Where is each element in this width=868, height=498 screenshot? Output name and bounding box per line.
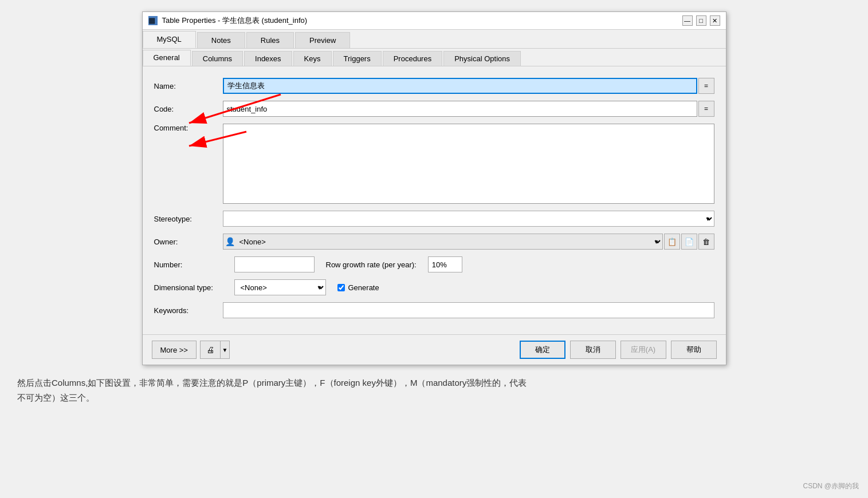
owner-select[interactable]: <None> — [223, 234, 663, 250]
dim-type-select-wrapper: <None> — [234, 279, 326, 295]
tab-triggers[interactable]: Triggers — [333, 51, 382, 66]
code-equal-button[interactable]: = — [698, 101, 714, 117]
name-row: Name: = — [154, 78, 714, 94]
stereotype-select[interactable] — [223, 211, 714, 227]
number-label: Number: — [154, 260, 223, 269]
tab-procedures[interactable]: Procedures — [383, 51, 442, 66]
row-growth-label: Row growth rate (per year): — [326, 260, 417, 269]
owner-person-icon: 👤 — [225, 237, 235, 246]
print-dropdown-button[interactable]: ▼ — [221, 341, 230, 359]
content-area: Name: = Code: = Comment: Stereotype: — [143, 66, 726, 334]
dim-type-select[interactable]: <None> — [234, 279, 326, 295]
owner-browse-button[interactable]: 📋 — [664, 234, 680, 250]
tab-physical-options[interactable]: Physical Options — [443, 51, 521, 66]
keywords-input[interactable] — [223, 302, 714, 318]
tab-keys[interactable]: Keys — [293, 51, 332, 66]
cancel-button[interactable]: 取消 — [570, 341, 616, 359]
tab-rules[interactable]: Rules — [246, 32, 294, 48]
tab-row-2: General Columns Indexes Keys Triggers Pr… — [143, 49, 726, 66]
owner-row: Owner: 👤 <None> 📋 📄 🗑 — [154, 234, 714, 250]
dim-type-label: Dimensional type: — [154, 283, 223, 292]
code-label: Code: — [154, 105, 223, 113]
number-row: Number: Row growth rate (per year): — [154, 256, 714, 272]
code-input[interactable] — [223, 101, 697, 117]
name-equal-button[interactable]: = — [698, 78, 714, 94]
tab-preview[interactable]: Preview — [295, 32, 350, 48]
code-row: Code: = — [154, 101, 714, 117]
print-button[interactable]: 🖨 — [200, 341, 221, 359]
stereotype-select-wrapper — [223, 211, 714, 227]
maximize-button[interactable]: □ — [696, 15, 706, 26]
tab-columns[interactable]: Columns — [192, 51, 243, 66]
description-block: 然后点击Columns,如下图设置，非常简单，需要注意的就是P（primary主… — [11, 376, 857, 405]
dialog-title: Table Properties - 学生信息表 (student_info) — [162, 15, 308, 26]
stereotype-row: Stereotype: — [154, 211, 714, 227]
tab-general[interactable]: General — [143, 50, 191, 66]
title-bar: ▦ Table Properties - 学生信息表 (student_info… — [143, 12, 726, 30]
comment-label: Comment: — [154, 124, 223, 132]
confirm-button[interactable]: 确定 — [520, 341, 565, 359]
generate-checkbox-group: Generate — [337, 283, 379, 292]
row-growth-input[interactable] — [428, 256, 462, 272]
owner-clear-button[interactable]: 🗑 — [698, 234, 714, 250]
dialog-window: ▦ Table Properties - 学生信息表 (student_info… — [142, 11, 726, 365]
help-button[interactable]: 帮助 — [671, 341, 717, 359]
owner-select-wrapper: 👤 <None> — [223, 234, 663, 250]
owner-label: Owner: — [154, 238, 223, 246]
name-input[interactable] — [223, 78, 697, 94]
minimize-button[interactable]: — — [682, 15, 693, 26]
close-button[interactable]: ✕ — [710, 15, 720, 26]
keywords-label: Keywords: — [154, 306, 223, 315]
number-input[interactable] — [234, 256, 315, 272]
dim-type-row: Dimensional type: <None> Generate — [154, 279, 714, 295]
stereotype-label: Stereotype: — [154, 215, 223, 223]
name-label: Name: — [154, 82, 223, 90]
tab-notes[interactable]: Notes — [197, 32, 245, 48]
more-button[interactable]: More >> — [152, 341, 197, 359]
keywords-row: Keywords: — [154, 302, 714, 318]
csdn-watermark: CSDN @赤脚的我 — [803, 481, 859, 491]
bottom-bar: More >> 🖨 ▼ 确定 取消 应用(A) 帮助 — [143, 334, 726, 365]
comment-row: Comment: — [154, 124, 714, 204]
table-icon: ▦ — [148, 16, 158, 25]
generate-label[interactable]: Generate — [348, 283, 379, 292]
generate-checkbox[interactable] — [337, 284, 345, 291]
owner-properties-button[interactable]: 📄 — [681, 234, 697, 250]
tab-indexes[interactable]: Indexes — [244, 51, 292, 66]
tab-mysql[interactable]: MySQL — [143, 31, 196, 48]
description-line-1: 然后点击Columns,如下图设置，非常简单，需要注意的就是P（primary主… — [17, 376, 851, 390]
description-line-2: 不可为空）这三个。 — [17, 390, 851, 405]
comment-textarea[interactable] — [223, 124, 714, 204]
tab-row-1: MySQL Notes Rules Preview — [143, 30, 726, 49]
apply-button[interactable]: 应用(A) — [620, 341, 666, 359]
